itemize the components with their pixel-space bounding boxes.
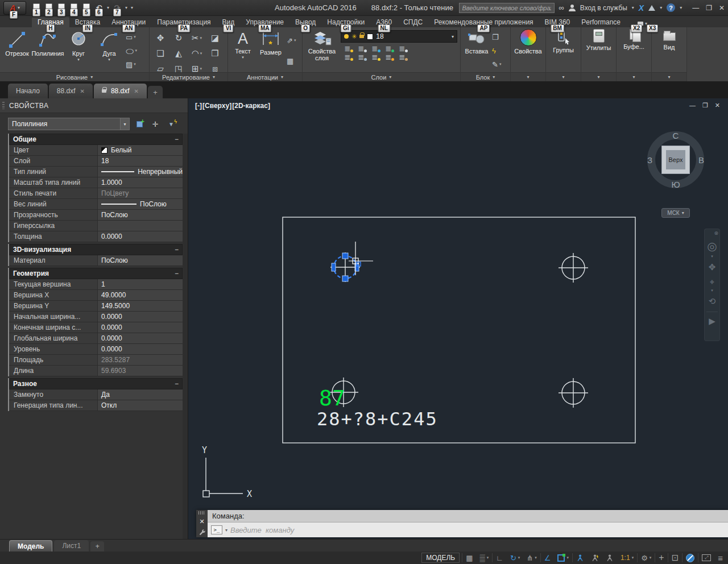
grid-display-toggle[interactable]: ▦: [462, 551, 476, 564]
text-dropdown-icon[interactable]: ▾: [242, 55, 244, 60]
leader-button[interactable]: ⇗▾: [286, 36, 297, 45]
ortho-toggle[interactable]: ∟: [493, 551, 507, 564]
signin-label[interactable]: Вход в службы: [580, 4, 627, 12]
rotate-button[interactable]: ↻: [174, 33, 184, 43]
qat-customize-icon[interactable]: ▾: [131, 5, 133, 10]
section-header-geometry[interactable]: Геометрия−: [9, 268, 183, 279]
text-button[interactable]: A Текст ▾: [230, 29, 256, 72]
model-space-toggle[interactable]: МОДЕЛЬ: [421, 553, 460, 563]
trim-button[interactable]: ✂▾: [191, 33, 203, 43]
panel-title-modify[interactable]: Редактирование▾: [150, 72, 228, 81]
property-row[interactable]: ЦветБелый: [9, 145, 183, 156]
toggle-pickadd-button[interactable]: +: [133, 118, 146, 130]
target-symbol-top-right[interactable]: [559, 253, 588, 283]
tab-addins[interactable]: НадстройкиGi: [321, 17, 370, 27]
panel-title-properties[interactable]: ▾: [511, 72, 545, 81]
property-row[interactable]: Текущая вершина1: [9, 279, 183, 290]
tab-performance[interactable]: Performance: [576, 17, 626, 27]
annotation-scale-button[interactable]: 1:1▾: [617, 551, 637, 564]
property-row[interactable]: Толщина0.0000: [9, 231, 183, 242]
a360-dropdown-icon[interactable]: ▾: [660, 5, 662, 10]
quick-properties-toggle[interactable]: ⊡: [668, 551, 682, 564]
new-tab-button[interactable]: +: [148, 86, 163, 98]
target-symbol-bottom-right[interactable]: [559, 378, 588, 408]
layer-thaw-button[interactable]: ≣: [368, 53, 382, 61]
layer-properties-button[interactable]: Свойстваслоя: [304, 29, 340, 72]
file-tab-start[interactable]: Начало: [8, 84, 48, 98]
property-row[interactable]: ЗамкнутоДа: [9, 389, 183, 400]
property-row[interactable]: Длина59.6903: [9, 366, 183, 376]
property-row[interactable]: Площадь283.5287: [9, 355, 183, 366]
tab-home[interactable]: ГлавнаяH: [32, 17, 69, 27]
layer-select-combo[interactable]: ✳ 18 ▾: [341, 30, 457, 43]
redo-button[interactable]: ↷7: [113, 3, 122, 13]
circle-button[interactable]: Круг ▾: [63, 29, 94, 72]
model-tab[interactable]: Модель: [9, 540, 52, 551]
property-row[interactable]: МатериалПоСлою: [9, 255, 183, 266]
save-button[interactable]: 3: [57, 3, 66, 13]
workspace-switching-button[interactable]: ⚙▾: [638, 551, 655, 564]
property-row[interactable]: Глобальная ширина0.0000: [9, 333, 183, 344]
select-objects-button[interactable]: ✛: [149, 118, 162, 130]
section-header-3d[interactable]: 3D-визуализация−: [9, 244, 183, 255]
file-tab-88dxf-1[interactable]: 88.dxf✕: [49, 84, 93, 98]
array-button[interactable]: ⊞▾: [191, 64, 203, 73]
arc-button[interactable]: Дуга ▾: [94, 29, 125, 72]
offset-button[interactable]: ⧈: [211, 64, 219, 73]
drawing-title-text[interactable]: 28+?8+С245: [317, 408, 438, 430]
file-tab-88dxf-2[interactable]: 88.dxf✕: [94, 84, 147, 98]
tab-insert[interactable]: ВставкаIN: [69, 17, 106, 27]
tab-output[interactable]: ВыводO: [289, 17, 321, 27]
panel-title-block[interactable]: Блок▾: [461, 72, 510, 81]
command-close-icon[interactable]: ✕: [199, 518, 204, 525]
block-editor-button[interactable]: ✎▾: [491, 60, 502, 69]
property-row[interactable]: Конечная ширина с...0.0000: [9, 322, 183, 333]
erase-button[interactable]: ◪: [210, 33, 220, 43]
properties-colorwheel-icon[interactable]: [520, 29, 537, 46]
tab-a360[interactable]: A360NL: [370, 17, 398, 27]
object-snap-tracking-toggle[interactable]: ∠: [541, 551, 555, 564]
command-line-palette[interactable]: ✕ Команда: >_ ▾: [196, 510, 728, 537]
copy-button[interactable]: ❏: [155, 48, 165, 59]
property-row[interactable]: Уровень0.0000: [9, 344, 183, 355]
edit-attribute-button[interactable]: ϟ: [491, 47, 502, 55]
property-row[interactable]: Гиперссылка: [9, 221, 183, 231]
explode-button[interactable]: ❒: [210, 48, 220, 59]
property-row[interactable]: Стиль печатиПоЦвету: [9, 188, 183, 199]
layer-freeze-button[interactable]: ≣: [368, 44, 382, 53]
ribbon-minimize-button[interactable]: ▾ X2 X3: [634, 20, 651, 27]
hatch-button[interactable]: ▨▾: [125, 60, 138, 69]
layer-on-button[interactable]: ≣: [341, 53, 354, 61]
view-icon[interactable]: [663, 32, 676, 41]
section-header-misc[interactable]: Разное−: [9, 378, 183, 389]
recent-commands-icon[interactable]: ▾: [225, 528, 228, 533]
mirror-button[interactable]: ◭: [174, 48, 183, 59]
section-header-general[interactable]: Общие−: [9, 134, 183, 145]
scale-button[interactable]: ◳: [173, 64, 184, 73]
panel-title-layers[interactable]: Слои▾: [303, 72, 460, 81]
property-row[interactable]: Масштаб типа линий1.0000: [9, 177, 183, 188]
panel-title-draw[interactable]: Рисование▾: [0, 72, 149, 81]
open-button[interactable]: 2: [44, 3, 53, 13]
annotation-visibility-toggle[interactable]: [573, 551, 588, 564]
ellipse-button[interactable]: ◯▾: [125, 47, 138, 55]
tab-spds[interactable]: СПДС: [398, 17, 428, 27]
tab-annotate[interactable]: АннотацииAN: [106, 17, 151, 27]
tab-parametric[interactable]: ПараметризацияPA: [151, 17, 216, 27]
close-tab-icon[interactable]: ✕: [80, 88, 85, 94]
tab-view[interactable]: ВидVI: [217, 17, 241, 27]
new-layout-button[interactable]: +: [90, 541, 104, 551]
arc-dropdown-icon[interactable]: ▾: [108, 57, 110, 62]
drawing-canvas[interactable]: [-] [Сверху] [2D-каркас] — ❐ ✕ С В Ю З В…: [188, 98, 728, 539]
clean-screen-button[interactable]: ⤢: [698, 551, 714, 564]
layer-change-button[interactable]: ≣: [395, 53, 409, 61]
fillet-button[interactable]: ◠▾: [191, 48, 204, 59]
properties-palette-header[interactable]: СВОЙСТВА: [0, 98, 188, 113]
panel-title-clipboard[interactable]: ▾: [617, 72, 651, 81]
circle-dropdown-icon[interactable]: ▾: [77, 57, 80, 62]
object-type-dropdown-icon[interactable]: ▾: [120, 118, 129, 130]
customization-menu-button[interactable]: ≡: [714, 551, 726, 564]
rectangle-button[interactable]: ▭▾: [125, 33, 138, 42]
ucs-icon[interactable]: Y X: [202, 445, 252, 499]
layer-make-current-button[interactable]: ≣: [354, 53, 368, 61]
